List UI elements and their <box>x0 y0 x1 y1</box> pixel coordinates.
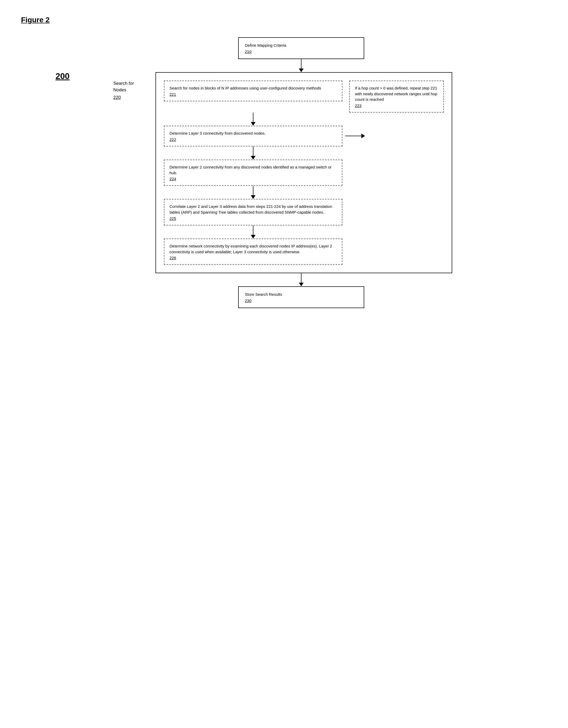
step225-number: 225 <box>170 216 337 221</box>
inner-flow: Search for nodes in blocks of N IP addre… <box>164 81 444 265</box>
step226-box: Determine network connectivity by examin… <box>164 239 343 265</box>
step221-text: Search for nodes in blocks of N IP addre… <box>170 86 322 90</box>
step224-number: 224 <box>170 177 337 181</box>
step222-text: Determine Layer 3 connectivity from disc… <box>170 131 266 135</box>
diagram-main-label: 200 <box>56 71 70 81</box>
step226-number: 226 <box>170 256 337 260</box>
step223-number: 223 <box>355 103 438 108</box>
step224-text: Determine Layer 2 connectivity from any … <box>170 165 332 175</box>
arrow-225-to-226 <box>251 225 255 239</box>
step221-number: 221 <box>170 92 337 97</box>
arrow-210-to-outer <box>299 59 304 72</box>
step223-text: If a hop count > 0 was defined, repeat s… <box>355 86 438 102</box>
step223-box: If a hop count > 0 was defined, repeat s… <box>349 81 444 113</box>
page-container: Figure 2 200 Define Mapping Criteria 210… <box>21 16 547 308</box>
store-results-text: Store Search Results <box>245 292 282 297</box>
define-mapping-box: Define Mapping Criteria 210 <box>238 37 364 59</box>
step222-box: Determine Layer 3 connectivity from disc… <box>164 126 343 146</box>
search-nodes-number: 220 <box>113 95 155 100</box>
arrow-222-to-223 <box>345 134 365 138</box>
arrow-221-to-222 <box>251 113 255 126</box>
arrow-222-to-224 <box>251 146 255 160</box>
diagram-wrapper: 200 Define Mapping Criteria 210 Search f… <box>113 37 455 308</box>
define-mapping-text: Define Mapping Criteria <box>245 43 287 48</box>
step222-number: 222 <box>170 137 337 142</box>
arrow-224-to-225 <box>251 186 255 199</box>
step221-box: Search for nodes in blocks of N IP addre… <box>164 81 343 101</box>
figure-title: Figure 2 <box>21 16 547 24</box>
step224-box: Determine Layer 2 connectivity from any … <box>164 160 343 186</box>
arrow-outer-to-store <box>299 273 304 286</box>
store-results-number: 230 <box>245 298 358 303</box>
step226-text: Determine network connectivity by examin… <box>170 244 332 254</box>
search-for-nodes-label: Search forNodes 220 <box>113 72 155 100</box>
outer-solid-box: Search for nodes in blocks of N IP addre… <box>155 72 452 273</box>
step225-box: Correlate Layer 2 and Layer 3 address da… <box>164 199 343 225</box>
step225-text: Correlate Layer 2 and Layer 3 address da… <box>170 204 333 214</box>
store-results-box: Store Search Results 230 <box>238 286 364 308</box>
define-mapping-number: 210 <box>245 49 358 54</box>
